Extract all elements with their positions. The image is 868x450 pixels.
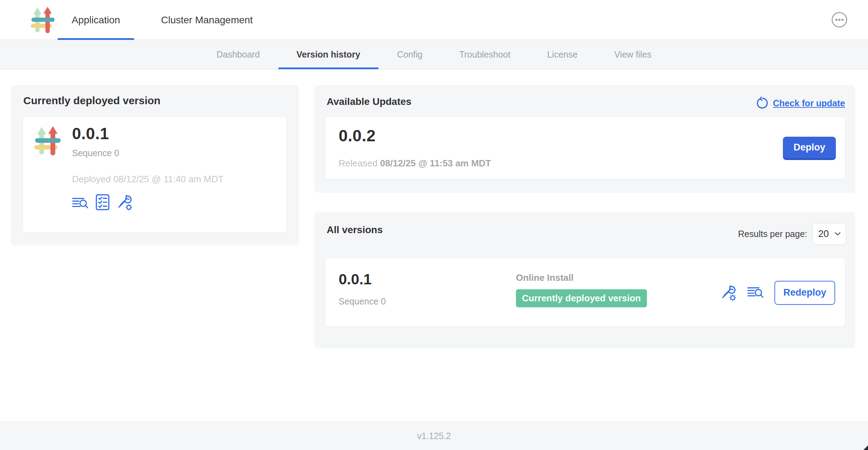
install-type-label: Online Install — [516, 272, 647, 283]
tab-cluster-management-label: Cluster Management — [161, 14, 253, 26]
tab-application[interactable]: Application — [58, 0, 134, 40]
subnav-tab-config-label: Config — [397, 49, 422, 60]
refresh-icon — [756, 97, 769, 109]
results-per-page-control: Results per page: 20 — [738, 223, 846, 245]
preflight-checklist-icon[interactable] — [96, 194, 109, 211]
subnav-tab-dashboard[interactable]: Dashboard — [198, 40, 278, 69]
overflow-menu-button[interactable] — [831, 12, 848, 28]
available-updates-card: Available Updates Check for update 0.0.2… — [314, 85, 855, 193]
page-footer: v1.125.2 — [0, 421, 868, 450]
diff-logs-icon[interactable] — [747, 286, 764, 300]
deploy-button[interactable]: Deploy — [783, 137, 836, 160]
current-version-actions — [72, 194, 224, 211]
row-version-sequence: Sequence 0 — [339, 296, 386, 307]
current-version-deployed-date: Deployed 08/12/25 @ 11:40 am MDT — [72, 174, 224, 185]
subnav-tab-version-history-label: Version history — [297, 49, 361, 60]
all-versions-card: All versions Results per page: 20 0.0.1 … — [314, 212, 855, 348]
subnav-tab-version-history[interactable]: Version history — [278, 40, 379, 69]
all-versions-title: All versions — [327, 224, 383, 236]
app-logo-arrows-icon — [30, 6, 58, 34]
check-for-update-link[interactable]: Check for update — [756, 97, 845, 109]
currently-deployed-version-panel: 0.0.1 Sequence 0 Deployed 08/12/25 @ 11:… — [23, 117, 287, 233]
currently-deployed-version-card: Currently deployed version 0.0.1 Sequenc… — [11, 85, 299, 245]
available-updates-title: Available Updates — [327, 96, 411, 107]
available-update-row: 0.0.2 Released 08/12/25 @ 11:53 am MDT D… — [325, 117, 845, 179]
current-version-details: 0.0.1 Sequence 0 Deployed 08/12/25 @ 11:… — [72, 124, 224, 211]
app-logo-arrows-icon — [34, 125, 64, 156]
config-wrench-gear-icon[interactable] — [117, 194, 133, 211]
released-label: Released — [339, 158, 377, 168]
subnav-tab-dashboard-label: Dashboard — [216, 49, 260, 60]
subnav-tab-license[interactable]: License — [529, 40, 596, 69]
currently-deployed-badge: Currently deployed version — [516, 289, 647, 307]
row-version-status: Online Install Currently deployed versio… — [516, 272, 647, 307]
subnav-tab-view-files-label: View files — [614, 49, 652, 60]
tab-cluster-management[interactable]: Cluster Management — [147, 0, 267, 40]
row-version-number: 0.0.1 — [339, 271, 371, 288]
check-for-update-label: Check for update — [773, 98, 845, 108]
deployed-date: 08/12/25 @ 11:40 am MDT — [113, 174, 224, 184]
top-bar: Application Cluster Management — [0, 0, 868, 40]
subnav-tab-troubleshoot[interactable]: Troubleshoot — [441, 40, 529, 69]
deployed-label: Deployed — [72, 174, 111, 184]
current-version-sequence: Sequence 0 — [72, 148, 224, 158]
tab-application-label: Application — [72, 14, 120, 26]
diff-logs-icon[interactable] — [72, 196, 89, 211]
window-corner-artifact — [863, 445, 868, 450]
row-version-actions: Redeploy — [720, 258, 835, 327]
update-version-number: 0.0.2 — [339, 126, 376, 145]
subnav-tab-config[interactable]: Config — [379, 40, 441, 69]
version-row: 0.0.1 Sequence 0 Online Install Currentl… — [325, 258, 845, 327]
results-per-page-select[interactable]: 20 — [812, 223, 846, 245]
console-version-label: v1.125.2 — [417, 431, 451, 441]
application-subnav: Dashboard Version history Config Trouble… — [0, 40, 868, 69]
results-per-page-value: 20 — [818, 229, 829, 239]
app-level-tabs: Application Cluster Management — [58, 0, 267, 40]
subnav-tab-license-label: License — [547, 49, 577, 60]
ellipsis-circle-icon — [831, 12, 848, 28]
chevron-down-icon — [834, 232, 841, 236]
released-date: 08/12/25 @ 11:53 am MDT — [380, 158, 491, 168]
redeploy-button[interactable]: Redeploy — [774, 281, 835, 305]
results-per-page-label: Results per page: — [738, 229, 807, 239]
currently-deployed-title: Currently deployed version — [23, 95, 160, 107]
subnav-tab-view-files[interactable]: View files — [596, 40, 670, 69]
current-version-number: 0.0.1 — [72, 124, 224, 143]
config-wrench-gear-icon[interactable] — [720, 285, 737, 301]
update-released-date: Released 08/12/25 @ 11:53 am MDT — [339, 158, 491, 169]
subnav-tab-troubleshoot-label: Troubleshoot — [459, 49, 510, 60]
